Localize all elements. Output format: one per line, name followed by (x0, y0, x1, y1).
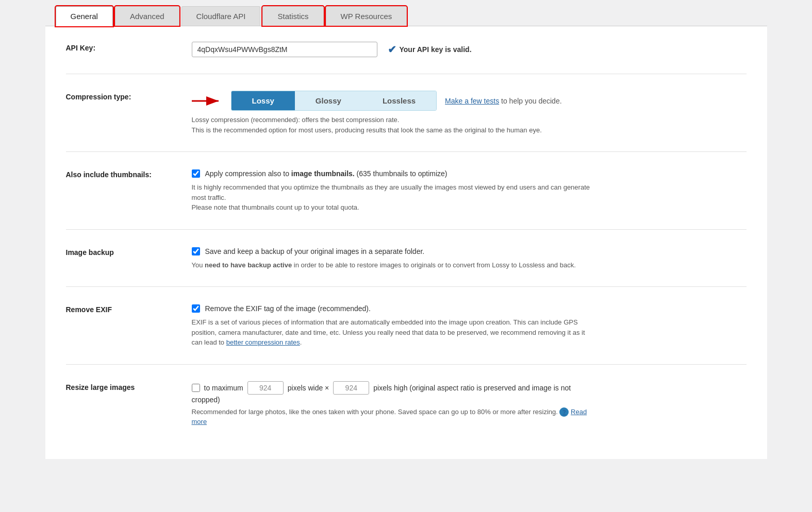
compression-type-control: Lossy Glossy Lossless Make a few tests t… (192, 91, 747, 135)
thumbnails-checkbox-row: Apply compression also to image thumbnai… (192, 168, 747, 179)
resize-label: Resize large images (66, 381, 179, 391)
image-backup-desc-after: in order to be able to restore images to… (292, 261, 576, 269)
thumbnails-control: Apply compression also to image thumbnai… (192, 168, 747, 213)
lossy-label: Lossy (252, 96, 274, 105)
tab-statistics-label: Statistics (277, 12, 308, 21)
lossless-label: Lossless (383, 96, 416, 105)
resize-row: Resize large images to maximum pixels wi… (66, 381, 747, 427)
image-backup-checkbox[interactable] (192, 247, 200, 255)
thumbnails-desc-2: most traffic. (192, 193, 682, 203)
tab-advanced[interactable]: Advanced (115, 6, 179, 26)
remove-exif-label: Remove EXIF (66, 303, 179, 314)
api-key-row: API Key: ✔ Your API key is valid. (66, 42, 747, 57)
thumbnails-label-bold: image thumbnails. (291, 169, 355, 178)
resize-read-link[interactable]: Read (571, 408, 587, 416)
compression-lossless-button[interactable]: Lossless (362, 91, 436, 110)
image-backup-desc-bold: need to have backup active (205, 261, 292, 269)
red-arrow-icon (192, 94, 223, 108)
compression-type-label: Compression type: (66, 91, 179, 101)
remove-exif-cb-label-text: Remove the EXIF tag of the image (recomm… (205, 304, 371, 313)
tab-general[interactable]: General (56, 6, 113, 26)
divider-4 (66, 286, 747, 287)
compression-lossy-button[interactable]: Lossy (231, 91, 295, 110)
tabs-bar: General Advanced Cloudflare API Statisti… (45, 0, 767, 26)
thumbnails-label: Also include thumbnails: (66, 168, 179, 179)
resize-input-row: to maximum pixels wide × pixels high (or… (192, 381, 747, 395)
compression-desc-line2: This is the recommended option for most … (192, 125, 656, 135)
api-key-inner-row: ✔ Your API key is valid. (192, 42, 747, 57)
compression-glossy-button[interactable]: Glossy (295, 91, 362, 110)
divider-2 (66, 151, 747, 152)
compression-link-wrapper: Make a few tests to help you decide. (445, 97, 561, 105)
remove-exif-checkbox[interactable] (192, 304, 200, 313)
tab-cloudflare[interactable]: Cloudflare API (181, 6, 261, 26)
resize-desc: Recommended for large photos, like the o… (192, 407, 682, 427)
thumbnails-row: Also include thumbnails: Apply compressi… (66, 168, 747, 213)
tab-advanced-label: Advanced (130, 12, 164, 21)
image-backup-desc-before: You (192, 261, 205, 269)
resize-width-input[interactable] (247, 381, 284, 395)
api-valid-text: Your API key is valid. (400, 45, 472, 54)
divider-5 (66, 364, 747, 365)
image-backup-control: Save and keep a backup of your original … (192, 246, 747, 270)
remove-exif-desc-1: EXIF is a set of various pieces of infor… (192, 317, 682, 328)
thumbnails-desc-3: Please note that thumbnails count up to … (192, 202, 682, 213)
compression-link-suffix: to help you decide. (499, 97, 561, 105)
checkmark-icon: ✔ (388, 43, 396, 56)
remove-exif-desc: EXIF is a set of various pieces of infor… (192, 317, 682, 348)
remove-exif-checkbox-label[interactable]: Remove the EXIF tag of the image (recomm… (205, 303, 371, 314)
api-valid-indicator: ✔ Your API key is valid. (388, 43, 472, 56)
better-compression-link[interactable]: better compression rates (226, 338, 300, 346)
image-backup-cb-label-text: Save and keep a backup of your original … (205, 247, 425, 255)
resize-cropped-text: cropped) (192, 396, 220, 404)
resize-control: to maximum pixels wide × pixels high (or… (192, 381, 747, 427)
resize-help-icon-wrapper: ? (559, 408, 571, 416)
remove-exif-desc-3-after: . (300, 338, 302, 346)
resize-to-maximum-text: to maximum (204, 384, 243, 392)
image-backup-row: Image backup Save and keep a backup of y… (66, 246, 747, 270)
image-backup-checkbox-label[interactable]: Save and keep a backup of your original … (205, 246, 425, 257)
resize-more-link[interactable]: more (192, 418, 207, 425)
tab-wp-resources-label: WP Resources (341, 12, 392, 21)
resize-pixels-wide-text: pixels wide × (288, 384, 329, 392)
resize-help-icon[interactable]: ? (559, 407, 569, 417)
api-key-control: ✔ Your API key is valid. (192, 42, 747, 57)
thumbnails-checkbox[interactable] (192, 169, 200, 178)
tab-cloudflare-label: Cloudflare API (196, 12, 246, 21)
remove-exif-desc-2: position, camera manufacturer, date and … (192, 328, 682, 338)
tab-statistics[interactable]: Statistics (262, 6, 323, 26)
resize-height-input[interactable] (333, 381, 369, 395)
compression-desc-line1: Lossy compression (recommended): offers … (192, 115, 656, 125)
api-key-label: API Key: (66, 42, 179, 52)
content-area: API Key: ✔ Your API key is valid. Compre… (45, 26, 767, 459)
thumbnails-label-before: Apply compression also to (205, 169, 291, 178)
remove-exif-row: Remove EXIF Remove the EXIF tag of the i… (66, 303, 747, 348)
compression-make-tests-link[interactable]: Make a few tests (445, 97, 499, 105)
remove-exif-checkbox-row: Remove the EXIF tag of the image (recomm… (192, 303, 747, 314)
tab-wp-resources[interactable]: WP Resources (326, 6, 407, 26)
api-key-input[interactable] (192, 42, 377, 57)
compression-desc: Lossy compression (recommended): offers … (192, 115, 656, 135)
compression-buttons: Lossy Glossy Lossless (231, 91, 437, 111)
image-backup-checkbox-row: Save and keep a backup of your original … (192, 246, 747, 257)
thumbnails-label-after: (635 thumbnails to optimize) (355, 169, 448, 178)
remove-exif-desc-3-before: can lead to (192, 338, 226, 346)
thumbnails-desc-1: It is highly recommended that you optimi… (192, 182, 682, 193)
compression-type-row: Compression type: Lossy (66, 91, 747, 135)
thumbnails-checkbox-label[interactable]: Apply compression also to image thumbnai… (205, 168, 448, 179)
remove-exif-desc-3: can lead to better compression rates. (192, 337, 682, 348)
page-wrapper: General Advanced Cloudflare API Statisti… (45, 0, 767, 459)
glossy-label: Glossy (316, 96, 341, 105)
tab-general-label: General (71, 12, 98, 21)
resize-pixels-high-text: pixels high (original aspect ratio is pr… (373, 384, 571, 392)
resize-desc-text: Recommended for large photos, like the o… (192, 408, 558, 416)
divider-3 (66, 229, 747, 230)
compression-row-inner: Lossy Glossy Lossless Make a few tests t… (192, 91, 747, 111)
resize-checkbox[interactable] (192, 384, 200, 392)
thumbnails-desc: It is highly recommended that you optimi… (192, 182, 682, 213)
divider-1 (66, 74, 747, 74)
image-backup-label: Image backup (66, 246, 179, 257)
remove-exif-control: Remove the EXIF tag of the image (recomm… (192, 303, 747, 348)
image-backup-desc: You need to have backup active in order … (192, 260, 682, 270)
